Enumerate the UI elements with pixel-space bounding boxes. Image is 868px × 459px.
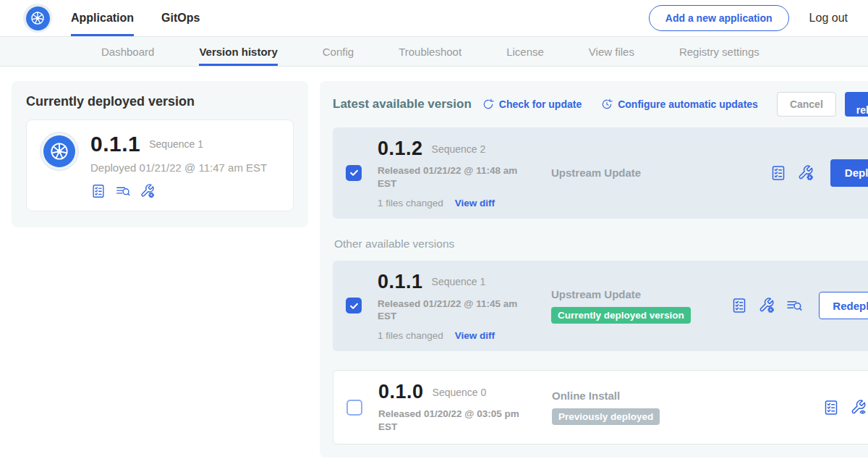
deployed-version-box: 0.1.1 Sequence 1 Deployed 01/21/22 @ 11:… bbox=[26, 119, 294, 211]
kubernetes-helm-icon bbox=[26, 7, 50, 30]
source-label: Upstream Update bbox=[551, 167, 770, 179]
sequence-label: Sequence 1 bbox=[432, 276, 486, 287]
tab-application[interactable]: Application bbox=[71, 0, 134, 36]
app-icon-ring bbox=[40, 132, 79, 171]
deployed-version-details: 0.1.1 Sequence 1 Deployed 01/21/22 @ 11:… bbox=[90, 132, 267, 199]
version-actions: Redeploy bbox=[731, 292, 868, 319]
config-wrench-eye-icon[interactable] bbox=[850, 399, 867, 416]
deployed-timestamp: Deployed 01/21/22 @ 11:47 am EST bbox=[90, 161, 267, 174]
files-changed-label: 1 files changed bbox=[378, 198, 443, 209]
subtab-config[interactable]: Config bbox=[323, 37, 354, 66]
subtab-license[interactable]: License bbox=[506, 37, 544, 66]
sequence-label: Sequence 0 bbox=[433, 387, 487, 398]
version-source: Upstream Update Currently deployed versi… bbox=[531, 288, 731, 324]
kubernetes-helm-icon bbox=[43, 135, 75, 167]
version-source: Online Install Previously deployed bbox=[532, 389, 822, 425]
released-timestamp: Released 01/20/22 @ 03:05 pm EST bbox=[378, 408, 520, 434]
version-info: 0.1.2 Sequence 2 Released 01/21/22 @ 11:… bbox=[378, 138, 531, 209]
version-info: 0.1.0 Sequence 0 Released 01/20/22 @ 03:… bbox=[378, 381, 532, 434]
config-wrench-gear-icon[interactable] bbox=[758, 297, 775, 314]
files-changed-label: 1 files changed bbox=[378, 330, 443, 341]
cancel-button[interactable]: Cancel bbox=[777, 92, 836, 117]
view-diff-link[interactable]: View diff bbox=[455, 198, 495, 209]
preflight-checklist-icon[interactable] bbox=[770, 164, 787, 182]
subtab-view-files[interactable]: View files bbox=[589, 37, 634, 66]
released-timestamp: Released 01/21/22 @ 11:45 am EST bbox=[378, 298, 519, 324]
config-wrench-gear-icon[interactable] bbox=[797, 164, 814, 182]
source-label: Upstream Update bbox=[551, 288, 731, 300]
deploy-logs-magnifier-icon[interactable] bbox=[786, 297, 803, 314]
view-diff-link[interactable]: View diff bbox=[455, 330, 495, 341]
logout-link[interactable]: Log out bbox=[809, 12, 848, 25]
currently-deployed-badge: Currently deployed version bbox=[551, 307, 691, 324]
subtab-troubleshoot[interactable]: Troubleshoot bbox=[399, 37, 461, 66]
preflight-checklist-icon[interactable] bbox=[822, 399, 840, 416]
top-navbar: Application GitOps Add a new application… bbox=[0, 0, 868, 36]
currently-deployed-card: Currently deployed version 0.1.1 Sequenc… bbox=[12, 81, 308, 227]
version-row-0.1.1: 0.1.1 Sequence 1 Released 01/21/22 @ 11:… bbox=[333, 261, 868, 352]
check-for-update-link[interactable]: Check for update bbox=[482, 98, 582, 111]
redeploy-button[interactable]: Redeploy bbox=[819, 292, 868, 319]
check-for-update-label: Check for update bbox=[499, 98, 582, 110]
latest-available-heading: Latest available version bbox=[333, 97, 472, 111]
released-timestamp: Released 01/21/22 @ 11:48 am EST bbox=[378, 164, 519, 190]
tab-gitops[interactable]: GitOps bbox=[161, 0, 200, 36]
available-versions-panel: Latest available version Check for updat… bbox=[320, 81, 868, 458]
version-checkbox[interactable] bbox=[346, 298, 362, 313]
refresh-icon bbox=[482, 98, 495, 111]
version-actions: Deploy bbox=[770, 159, 868, 187]
version-number: 0.1.1 bbox=[378, 271, 423, 293]
app-subnav: Dashboard Version history Config Trouble… bbox=[0, 36, 868, 67]
config-wrench-gear-icon[interactable] bbox=[140, 183, 156, 199]
version-number: 0.1.2 bbox=[378, 138, 423, 160]
version-source: Upstream Update bbox=[531, 167, 770, 179]
version-checkbox[interactable] bbox=[346, 400, 362, 416]
version-info: 0.1.1 Sequence 1 Released 01/21/22 @ 11:… bbox=[378, 271, 531, 342]
version-row-0.1.2: 0.1.2 Sequence 2 Released 01/21/22 @ 11:… bbox=[333, 127, 868, 219]
preflight-checklist-icon[interactable] bbox=[90, 183, 106, 199]
subtab-version-history[interactable]: Version history bbox=[199, 37, 277, 66]
version-number: 0.1.0 bbox=[378, 381, 424, 403]
source-label: Online Install bbox=[552, 389, 822, 402]
add-new-application-button[interactable]: Add a new application bbox=[649, 5, 789, 31]
app-logo bbox=[23, 4, 52, 33]
currently-deployed-heading: Currently deployed version bbox=[26, 94, 294, 109]
preflight-checklist-icon[interactable] bbox=[731, 297, 748, 314]
deploy-button[interactable]: Deploy bbox=[830, 159, 868, 187]
subtab-registry-settings[interactable]: Registry settings bbox=[679, 37, 760, 66]
subtab-dashboard[interactable]: Dashboard bbox=[101, 37, 154, 66]
scheduled-update-icon bbox=[600, 98, 613, 111]
deployed-version-number: 0.1.1 bbox=[90, 132, 140, 156]
deployed-sequence-label: Sequence 1 bbox=[149, 138, 203, 150]
version-actions bbox=[822, 399, 868, 416]
diff-releases-button[interactable]: Diff releases bbox=[845, 92, 868, 117]
configure-automatic-updates-link[interactable]: Configure automatic updates bbox=[600, 98, 758, 111]
other-available-versions-heading: Other available versions bbox=[334, 237, 868, 250]
panel-header: Latest available version Check for updat… bbox=[333, 91, 868, 117]
deploy-logs-magnifier-icon[interactable] bbox=[115, 183, 131, 199]
previously-deployed-badge: Previously deployed bbox=[552, 408, 660, 425]
version-checkbox[interactable] bbox=[346, 165, 362, 181]
version-row-0.1.0: 0.1.0 Sequence 0 Released 01/20/22 @ 03:… bbox=[333, 370, 868, 445]
sequence-label: Sequence 2 bbox=[432, 143, 486, 155]
main-content: Currently deployed version 0.1.1 Sequenc… bbox=[0, 67, 868, 459]
configure-automatic-updates-label: Configure automatic updates bbox=[618, 98, 758, 110]
